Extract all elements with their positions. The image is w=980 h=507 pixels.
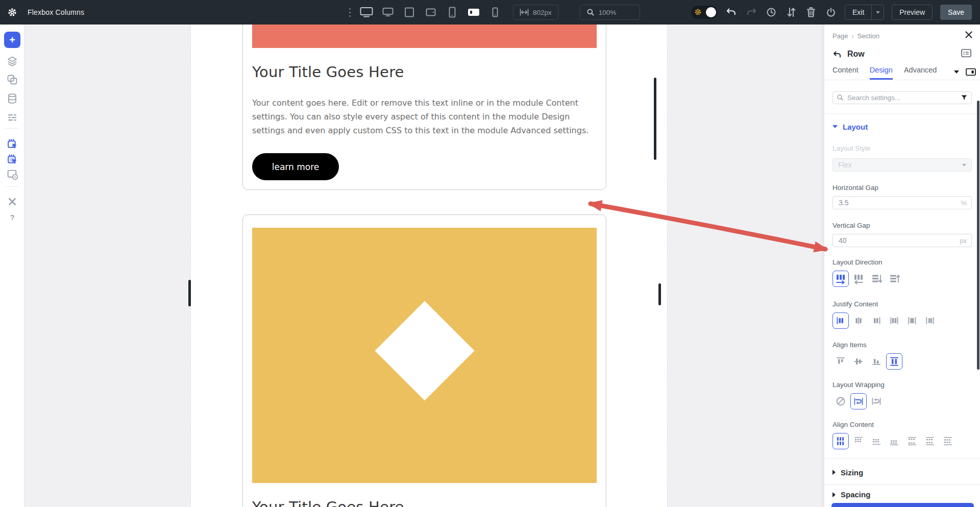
tab-content[interactable]: Content: [832, 66, 859, 78]
wrap-reverse-icon[interactable]: [868, 393, 885, 409]
wrap-none-icon[interactable]: [832, 393, 849, 409]
direction-row-icon[interactable]: [832, 271, 849, 287]
row-resize-handle-right[interactable]: [658, 283, 661, 305]
sizing-accordion-header[interactable]: Sizing: [832, 466, 972, 478]
device-tablet-small-icon[interactable]: [424, 6, 437, 19]
device-phone-icon[interactable]: [446, 6, 459, 19]
align-items-center-icon[interactable]: [850, 353, 867, 370]
breadcrumb-section[interactable]: Section: [857, 32, 879, 40]
layout-style-select[interactable]: Flex: [832, 158, 972, 172]
device-phone-small-icon[interactable]: [488, 6, 502, 19]
horizontal-gap-label: Horizontal Gap: [832, 184, 972, 191]
align-content-flex-end-icon[interactable]: [886, 433, 902, 449]
search-settings-input[interactable]: [832, 91, 972, 104]
layers-icon[interactable]: [6, 55, 18, 67]
justify-space-between-icon[interactable]: [886, 312, 902, 329]
add-module-button[interactable]: +: [4, 32, 20, 48]
learn-more-button[interactable]: learn more: [252, 153, 339, 180]
sort-arrows-icon[interactable]: [785, 6, 797, 18]
spacing-heading: Spacing: [841, 490, 870, 499]
justify-content-options: [832, 312, 972, 329]
divi-builder-window: Flexbox Columns: [0, 0, 980, 507]
zoom-control[interactable]: 100%: [580, 5, 640, 20]
image-placeholder-yellow[interactable]: [252, 228, 597, 483]
align-items-baseline-icon[interactable]: [868, 353, 885, 370]
canvas-width-input[interactable]: 802px: [513, 5, 558, 20]
tab-design[interactable]: Design: [870, 66, 893, 80]
align-content-label: Align Content: [832, 421, 972, 428]
insert-module-filled-icon[interactable]: [6, 153, 18, 165]
layout-accordion-header[interactable]: Layout: [832, 121, 972, 132]
device-tablet-icon[interactable]: [403, 6, 416, 19]
filter-funnel-icon[interactable]: [961, 94, 968, 103]
history-icon[interactable]: [765, 6, 777, 18]
help-icon[interactable]: ?: [6, 211, 18, 223]
database-icon[interactable]: [6, 92, 18, 105]
direction-row-reverse-icon[interactable]: [850, 271, 867, 287]
device-phone-landscape-icon[interactable]: [467, 6, 480, 19]
swatches-icon[interactable]: [6, 74, 18, 86]
align-content-space-around-icon[interactable]: [922, 433, 938, 449]
image-placeholder-coral[interactable]: [252, 25, 597, 48]
align-content-space-between-icon[interactable]: [904, 433, 920, 449]
device-monitor-icon[interactable]: [381, 6, 395, 19]
tools-icon[interactable]: [6, 196, 18, 208]
trash-icon[interactable]: [805, 6, 817, 18]
spacing-accordion-header[interactable]: Spacing: [832, 490, 972, 499]
tabs-divider: [824, 80, 980, 80]
close-icon[interactable]: [965, 31, 973, 40]
justify-flex-end-icon[interactable]: [868, 312, 885, 329]
align-items-label: Align Items: [832, 341, 972, 349]
align-content-center-icon[interactable]: [868, 433, 885, 449]
redo-icon[interactable]: [745, 6, 757, 18]
power-icon[interactable]: [825, 6, 837, 18]
drag-dots-icon[interactable]: [349, 8, 351, 17]
exit-dropdown-button[interactable]: [871, 5, 884, 19]
builder-mode-toggle[interactable]: [691, 6, 718, 19]
card-title[interactable]: Your Title Goes Here: [252, 63, 597, 81]
card-body-text[interactable]: Your content goes here. Edit or remove t…: [252, 96, 593, 137]
wireframe-lines-icon[interactable]: [6, 111, 18, 124]
panel-scrollbar[interactable]: [977, 101, 979, 370]
page-title: Flexbox Columns: [28, 8, 84, 16]
back-arrow-icon[interactable]: [832, 51, 841, 58]
justify-flex-start-icon[interactable]: [832, 312, 849, 329]
breadcrumb-page[interactable]: Page: [832, 32, 848, 40]
column-card-2[interactable]: Your Title Goes Here: [242, 214, 606, 507]
row-resize-handle-left[interactable]: [188, 280, 191, 306]
justify-space-around-icon[interactable]: [904, 312, 920, 329]
browser-settings-icon[interactable]: [6, 168, 18, 180]
justify-center-icon[interactable]: [850, 312, 867, 329]
vertical-gap-input[interactable]: [832, 234, 972, 247]
insert-module-icon[interactable]: [6, 137, 18, 150]
settings-gear-icon[interactable]: [6, 6, 18, 18]
horizontal-gap-input[interactable]: [832, 196, 972, 209]
save-button[interactable]: Save: [940, 5, 972, 20]
align-content-flex-start-icon[interactable]: [850, 433, 867, 449]
column-card-1[interactable]: Your Title Goes Here Your content goes h…: [242, 25, 606, 190]
align-items-options: [832, 353, 972, 370]
align-items-stretch-icon[interactable]: [886, 353, 902, 370]
direction-column-icon[interactable]: [868, 271, 885, 287]
justify-space-evenly-icon[interactable]: [922, 312, 938, 329]
chevron-right-icon: [832, 470, 836, 475]
expand-panel-icon[interactable]: [961, 48, 972, 60]
align-content-stretch-icon[interactable]: [832, 433, 849, 449]
section-divider: [824, 113, 980, 114]
align-items-flex-start-icon[interactable]: [832, 353, 849, 370]
layout-style-value: Flex: [838, 161, 851, 169]
column-resize-handle[interactable]: [654, 78, 656, 160]
sidebar-divider: [6, 186, 19, 187]
card-title[interactable]: Your Title Goes Here: [252, 498, 597, 507]
exit-button[interactable]: Exit: [845, 5, 871, 19]
tabs-dropdown-icon[interactable]: [954, 70, 959, 74]
align-content-space-evenly-icon[interactable]: [940, 433, 956, 449]
device-desktop-icon[interactable]: [360, 6, 373, 19]
undo-icon[interactable]: [725, 6, 738, 18]
preview-button[interactable]: Preview: [892, 5, 933, 20]
responsive-preview-icon[interactable]: [965, 67, 976, 77]
tab-advanced[interactable]: Advanced: [904, 66, 937, 78]
horizontal-gap-unit: %: [961, 199, 967, 207]
direction-column-reverse-icon[interactable]: [886, 271, 902, 287]
wrap-icon[interactable]: [850, 393, 867, 409]
